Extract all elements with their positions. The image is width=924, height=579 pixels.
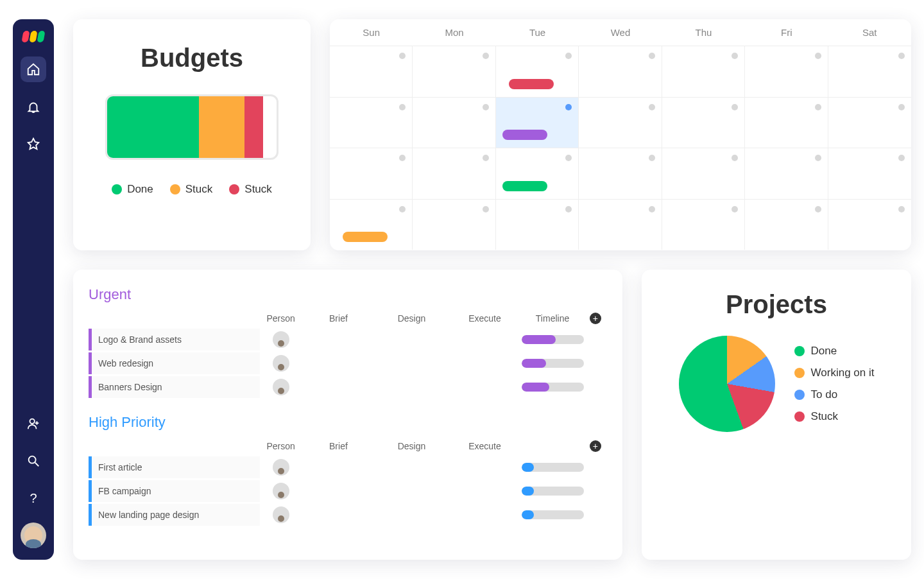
calendar-cell[interactable]: [745, 148, 828, 199]
timeline-cell[interactable]: [522, 352, 584, 374]
battery-seg-done: [107, 96, 199, 158]
status-cell[interactable]: [302, 504, 375, 526]
task-name[interactable]: First article: [89, 456, 260, 478]
status-cell[interactable]: [375, 504, 448, 526]
calendar-event-yellow[interactable]: [343, 232, 388, 242]
row-add-cell[interactable]: [584, 329, 607, 350]
status-cell[interactable]: Done: [375, 352, 448, 374]
calendar-cell[interactable]: [496, 199, 579, 250]
row-add-cell[interactable]: [584, 376, 607, 398]
calendar-cell[interactable]: [662, 199, 745, 250]
calendar-cell[interactable]: [745, 46, 828, 97]
calendar-cell[interactable]: [745, 97, 828, 148]
table-row[interactable]: Web redesignDoneDoneStuck: [89, 352, 607, 374]
table-row[interactable]: First article: [89, 456, 607, 478]
status-cell[interactable]: [375, 480, 448, 502]
user-avatar[interactable]: [21, 523, 46, 548]
calendar-cell[interactable]: [413, 46, 495, 97]
calendar-cell[interactable]: [828, 148, 911, 199]
timeline-cell[interactable]: [522, 504, 584, 526]
person-avatar[interactable]: [273, 379, 289, 395]
calendar-cell[interactable]: [579, 46, 662, 97]
budgets-card: Budgets Done Stuck Stuck: [73, 19, 311, 250]
row-add-cell[interactable]: [584, 456, 607, 478]
calendar-cell[interactable]: [496, 148, 579, 199]
person-avatar[interactable]: [273, 331, 289, 348]
calendar-event-red[interactable]: [509, 79, 554, 89]
status-cell[interactable]: [448, 456, 521, 478]
table-row[interactable]: New landing page design: [89, 504, 607, 526]
calendar-cell[interactable]: [745, 199, 828, 250]
calendar-cell-today[interactable]: [496, 97, 579, 148]
calendar-cell[interactable]: [662, 148, 745, 199]
calendar-cell[interactable]: [579, 199, 662, 250]
task-name[interactable]: Banners Design: [89, 376, 260, 398]
calendar-cell[interactable]: [413, 97, 495, 148]
status-cell[interactable]: Done: [375, 329, 448, 350]
calendar-cell[interactable]: [828, 97, 911, 148]
status-cell[interactable]: [448, 480, 521, 502]
calendar-cell[interactable]: [330, 97, 413, 148]
timeline-cell[interactable]: [522, 480, 584, 502]
dot-icon: [170, 184, 180, 194]
calendar-cell[interactable]: [828, 199, 911, 250]
person-avatar[interactable]: [273, 483, 289, 499]
calendar-cell[interactable]: [662, 46, 745, 97]
calendar-cell[interactable]: [413, 199, 495, 250]
calendar-event-purple[interactable]: [502, 130, 547, 140]
calendar-cell[interactable]: [330, 199, 413, 250]
person-avatar[interactable]: [273, 506, 289, 523]
status-cell[interactable]: Done: [302, 329, 375, 350]
table-row[interactable]: FB campaign: [89, 480, 607, 502]
calendar-cell[interactable]: [662, 97, 745, 148]
status-cell[interactable]: [375, 456, 448, 478]
person-avatar[interactable]: [273, 355, 289, 372]
timeline-cell[interactable]: [522, 329, 584, 350]
status-cell[interactable]: Stuck: [448, 352, 521, 374]
column-header: Design: [375, 438, 448, 454]
calendar-cell[interactable]: [496, 46, 579, 97]
sidebar: ?: [13, 19, 54, 560]
home-icon[interactable]: [21, 56, 46, 82]
battery-seg-stuck-2: [244, 96, 263, 158]
calendar-cell[interactable]: [330, 148, 413, 199]
task-name[interactable]: Web redesign: [89, 352, 260, 374]
status-cell[interactable]: Done: [302, 352, 375, 374]
row-add-cell[interactable]: [584, 352, 607, 374]
table-row[interactable]: Banners DesignDoneStuck: [89, 376, 607, 398]
timeline-cell[interactable]: [522, 456, 584, 478]
calendar-cell[interactable]: [330, 46, 413, 97]
day-header: Wed: [579, 19, 662, 46]
status-cell[interactable]: [448, 504, 521, 526]
status-cell[interactable]: [302, 456, 375, 478]
task-name[interactable]: New landing page design: [89, 504, 260, 526]
task-name[interactable]: FB campaign: [89, 480, 260, 502]
table-row[interactable]: Logo & Brand assetsDoneDoneWorking on it: [89, 329, 607, 350]
row-add-cell[interactable]: [584, 504, 607, 526]
bell-icon[interactable]: [21, 94, 46, 119]
calendar-cell[interactable]: [579, 148, 662, 199]
star-icon[interactable]: [21, 131, 46, 157]
task-name[interactable]: Logo & Brand assets: [89, 329, 260, 350]
calendar-event-green[interactable]: [502, 181, 547, 191]
status-cell[interactable]: [302, 480, 375, 502]
legend-item: To do: [794, 388, 875, 401]
help-icon[interactable]: ?: [21, 485, 46, 511]
dot-icon: [229, 184, 239, 194]
dot-icon: [794, 368, 805, 378]
add-column-icon[interactable]: +: [590, 313, 601, 324]
tasks-card: UrgentPersonBriefDesignExecuteTimeline+L…: [73, 270, 622, 560]
status-cell[interactable]: Working on it: [448, 329, 521, 350]
status-cell[interactable]: Stuck: [375, 376, 448, 398]
person-avatar[interactable]: [273, 459, 289, 476]
timeline-cell[interactable]: [522, 376, 584, 398]
add-user-icon[interactable]: [21, 411, 46, 436]
calendar-cell[interactable]: [579, 97, 662, 148]
calendar-cell[interactable]: [828, 46, 911, 97]
status-cell[interactable]: Done: [302, 376, 375, 398]
row-add-cell[interactable]: [584, 480, 607, 502]
add-column-icon[interactable]: +: [590, 440, 601, 452]
search-icon[interactable]: [21, 448, 46, 474]
status-cell[interactable]: [448, 376, 521, 398]
calendar-cell[interactable]: [413, 148, 495, 199]
